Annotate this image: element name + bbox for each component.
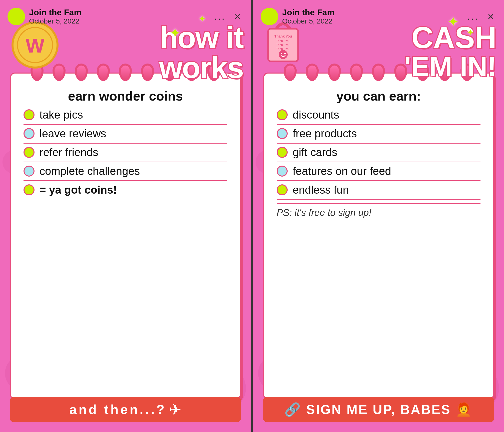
and-then-button[interactable]: and then...? ✈ bbox=[10, 397, 241, 422]
list-item: leave reviews bbox=[24, 127, 227, 144]
more-options[interactable]: ... bbox=[467, 11, 478, 22]
list-item: endless fun bbox=[277, 184, 480, 200]
arrow-icon: ✈ bbox=[169, 401, 181, 418]
list-text: leave reviews bbox=[40, 127, 106, 140]
list-item: = ya got coins! bbox=[24, 184, 227, 199]
list-text: gift cards bbox=[293, 146, 337, 159]
sparkle-icon: ✦ bbox=[467, 28, 474, 38]
card-heading-right: you can earn: bbox=[277, 89, 480, 104]
spiral-ring bbox=[284, 64, 297, 81]
ps-text: PS: it's free to sign up! bbox=[277, 203, 480, 218]
spiral-ring bbox=[350, 64, 363, 81]
header-title: Join the Fam bbox=[29, 8, 82, 17]
header-title: Join the Fam bbox=[282, 8, 335, 17]
svg-text:W: W bbox=[26, 35, 45, 57]
list-text: complete challenges bbox=[40, 165, 140, 177]
bullet-blue bbox=[24, 128, 35, 139]
bullet-green bbox=[277, 147, 288, 158]
svg-text:Thank You: Thank You bbox=[276, 39, 290, 43]
spiral-ring bbox=[372, 64, 385, 81]
header-date: October 5, 2022 bbox=[29, 17, 82, 25]
spiral-ring bbox=[328, 64, 341, 81]
list-item: free products bbox=[277, 127, 480, 144]
right-header: Join the Fam October 5, 2022 ... × bbox=[253, 0, 504, 28]
main-title-right: CASH 'EM IN! bbox=[404, 23, 496, 80]
list-item: features on our feed bbox=[277, 165, 480, 181]
bullet-green bbox=[24, 147, 35, 158]
list-text: discounts bbox=[293, 109, 339, 121]
list-item: gift cards bbox=[277, 146, 480, 162]
bullet-green bbox=[24, 184, 35, 195]
header-date: October 5, 2022 bbox=[282, 17, 335, 25]
spiral-ring bbox=[119, 64, 132, 81]
svg-text:Thank You: Thank You bbox=[274, 34, 292, 38]
notebook-card-right: you can earn: discounts free products gi… bbox=[263, 73, 494, 399]
title-line2: 'EM IN! bbox=[404, 53, 496, 80]
avatar bbox=[8, 8, 25, 25]
left-header: Join the Fam October 5, 2022 ... × bbox=[0, 0, 251, 28]
card-heading-left: earn wonder coins bbox=[24, 89, 227, 104]
spiral-ring bbox=[75, 64, 88, 81]
list-text: features on our feed bbox=[293, 165, 391, 177]
list-text: endless fun bbox=[293, 184, 349, 196]
spiral-ring bbox=[141, 64, 154, 81]
spiral-ring bbox=[97, 64, 110, 81]
list-text: free products bbox=[293, 127, 357, 140]
svg-point-9 bbox=[281, 53, 282, 54]
spiral-ring bbox=[306, 64, 319, 81]
header-info: Join the Fam October 5, 2022 bbox=[29, 8, 82, 25]
button-label: 🔗 SIGN ME UP, BABES 🧑‍🦰 bbox=[284, 402, 473, 417]
bullet-green bbox=[277, 184, 288, 195]
left-panel: Join the Fam October 5, 2022 ... × ✦ ✦ W… bbox=[0, 0, 252, 432]
list-item: discounts bbox=[277, 109, 480, 125]
bullet-blue bbox=[277, 128, 288, 139]
bullet-blue bbox=[277, 166, 288, 177]
list-text: take pics bbox=[40, 109, 83, 121]
svg-point-8 bbox=[279, 50, 288, 59]
list-item: complete challenges bbox=[24, 165, 227, 181]
sign-up-button[interactable]: 🔗 SIGN ME UP, BABES 🧑‍🦰 bbox=[263, 397, 494, 422]
svg-point-10 bbox=[284, 53, 286, 54]
bullet-green bbox=[24, 109, 35, 120]
header-info: Join the Fam October 5, 2022 bbox=[282, 8, 335, 25]
bullet-blue bbox=[24, 166, 35, 177]
bullet-green bbox=[277, 109, 288, 120]
close-button[interactable]: × bbox=[487, 10, 494, 23]
list-text: refer friends bbox=[40, 146, 98, 159]
button-label: and then...? bbox=[70, 402, 167, 417]
title-line2: WORKS bbox=[159, 53, 243, 83]
notebook-card-left: earn wonder coins take pics leave review… bbox=[10, 73, 241, 399]
right-panel: Join the Fam October 5, 2022 ... × ✦ ✦ T… bbox=[253, 0, 504, 432]
list-item: take pics bbox=[24, 109, 227, 125]
svg-text:Thank You: Thank You bbox=[276, 43, 290, 47]
close-button[interactable]: × bbox=[234, 10, 241, 23]
avatar bbox=[261, 8, 278, 25]
list-item: refer friends bbox=[24, 146, 227, 162]
more-options[interactable]: ... bbox=[214, 11, 225, 22]
list-text: = ya got coins! bbox=[40, 184, 117, 196]
